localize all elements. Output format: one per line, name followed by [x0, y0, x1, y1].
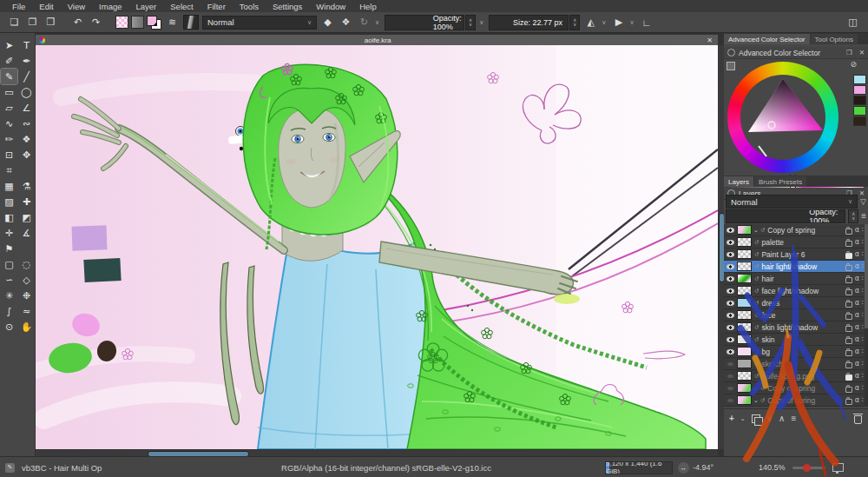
- layer-visibility-toggle[interactable]: [727, 337, 734, 342]
- layer-paint-layer-6[interactable]: ⌄ ↺ Paint Layer 6 α ∷: [724, 248, 868, 261]
- color-docker-header[interactable]: Advanced Color Selector ❐ ✕: [724, 47, 868, 59]
- tool-freehand-brush[interactable]: ✎: [1, 69, 17, 84]
- close-icon[interactable]: ✕: [707, 36, 718, 44]
- tool-select-shapes[interactable]: ➤: [1, 37, 17, 53]
- lock-icon[interactable]: [845, 387, 852, 393]
- close-icon[interactable]: ✕: [856, 49, 868, 56]
- advanced-color-selector[interactable]: ⊘: [724, 59, 868, 189]
- tool-magnetic-select[interactable]: ≈: [18, 303, 35, 319]
- tool-color-sampler[interactable]: ⚗: [18, 178, 35, 194]
- menu-view[interactable]: View: [61, 2, 92, 11]
- lock-icon[interactable]: [845, 229, 852, 235]
- alpha-lock-icon[interactable]: α: [855, 287, 859, 295]
- blend-mode-dropdown[interactable]: Normal ∨: [202, 16, 317, 30]
- lock-icon[interactable]: [845, 338, 852, 344]
- alpha-lock-icon[interactable]: α: [855, 323, 859, 331]
- docker-lock-icon[interactable]: [727, 49, 735, 56]
- menu-settings[interactable]: Settings: [266, 2, 309, 11]
- layer-bg[interactable]: ⌄ ↺ bg α ∷: [724, 346, 868, 358]
- layer-visibility-toggle[interactable]: [727, 399, 733, 402]
- canvas-vscrollbar[interactable]: [718, 45, 724, 449]
- redo-icon[interactable]: ↷: [89, 15, 103, 30]
- undo-icon[interactable]: ↶: [70, 15, 85, 30]
- tool-zoom[interactable]: ⊙: [1, 319, 17, 335]
- tool-text[interactable]: T: [18, 37, 35, 53]
- menu-help[interactable]: Help: [352, 2, 384, 11]
- tab-tool-options[interactable]: Tool Options: [811, 34, 858, 44]
- brush-size-slider[interactable]: Size: 22.77 px: [489, 15, 569, 30]
- tool-freehand-path[interactable]: ∾: [18, 116, 35, 131]
- layer-copy-of-spring-2[interactable]: ⌄ ↺ Copy of spring α ∷: [724, 382, 868, 394]
- duplicate-layer-button[interactable]: [752, 414, 760, 423]
- chevron-down-icon[interactable]: ∨: [602, 19, 606, 26]
- opacity-spinner[interactable]: ∧∨: [465, 15, 476, 30]
- tool-pan[interactable]: ✋: [18, 319, 35, 335]
- alpha-lock-icon[interactable]: α: [855, 275, 859, 282]
- tool-gradient[interactable]: ▦: [1, 178, 17, 194]
- layer-skin[interactable]: ⌄ ↺ skin α ∷: [724, 334, 868, 346]
- lock-icon[interactable]: [845, 362, 852, 368]
- menu-select[interactable]: Select: [163, 2, 200, 11]
- tool-dynamic-brush[interactable]: ✏: [1, 131, 17, 147]
- layer-hair-light-shadow[interactable]: ⌄ ↺ hair light/shadow α ∷: [724, 261, 868, 273]
- history-swatch[interactable]: [853, 116, 866, 126]
- layer-copy-of-spring-1[interactable]: ⌄ ↺ Copy of spring α ∷: [724, 224, 868, 236]
- tool-rectangle[interactable]: ▭: [1, 84, 17, 100]
- add-layer-button[interactable]: +: [729, 414, 734, 423]
- alpha-lock-icon[interactable]: α: [855, 372, 859, 380]
- layer-dress[interactable]: ⌄ ↺ dress α ∷: [724, 297, 868, 309]
- tool-freehand-select[interactable]: ∽: [1, 272, 17, 288]
- reload-preset-icon[interactable]: ↻: [357, 15, 372, 30]
- size-spinner[interactable]: ∧∨: [569, 15, 580, 30]
- layer-properties-button[interactable]: ≡: [791, 414, 796, 423]
- history-swatch[interactable]: [853, 85, 866, 95]
- alpha-lock-icon[interactable]: α: [855, 226, 859, 234]
- lock-icon[interactable]: [845, 253, 852, 259]
- alpha-lock-icon[interactable]: α: [855, 238, 859, 246]
- tool-polygon[interactable]: ▱: [1, 100, 17, 116]
- tool-pattern-edit[interactable]: ▨: [1, 194, 17, 209]
- tool-calligraphy[interactable]: ✒: [18, 53, 35, 69]
- layer-skin-light-shadow[interactable]: ⌄ ↺ skin light/shadow α ∷: [724, 321, 868, 334]
- tool-ellipse-select[interactable]: ◌: [18, 256, 35, 272]
- layer-face[interactable]: ⌄ ↺ face α ∷: [724, 309, 868, 321]
- pattern-swatch[interactable]: [115, 16, 128, 29]
- tool-reference-images[interactable]: ⚑: [1, 241, 17, 256]
- chevron-down-icon[interactable]: ∨: [629, 19, 634, 26]
- tool-similar-select[interactable]: ❉: [18, 288, 35, 303]
- menu-window[interactable]: Window: [309, 2, 352, 11]
- layer-opacity-spinner[interactable]: ∧∨: [848, 209, 858, 223]
- tool-polyline[interactable]: ∠: [18, 100, 35, 116]
- tool-rect-select[interactable]: ▢: [1, 256, 17, 272]
- lock-icon[interactable]: [845, 241, 852, 247]
- tool-ellipse[interactable]: ◯: [18, 84, 35, 100]
- tool-multibrush[interactable]: ❖: [18, 131, 35, 147]
- tool-crop[interactable]: ⌗: [1, 162, 17, 178]
- preserve-alpha-icon[interactable]: ❖: [339, 15, 353, 30]
- color-history[interactable]: [853, 75, 866, 127]
- brush-preset-chip[interactable]: [183, 15, 199, 30]
- layer-copy-of-spring-3[interactable]: ⌄ ↺ Copy of spring α ∷: [724, 394, 868, 407]
- layer-hair[interactable]: ⌄ ↺ hair α ∷: [724, 273, 868, 285]
- tool-edit-shapes[interactable]: ✐: [1, 53, 17, 69]
- tool-bezier-curve[interactable]: ∿: [1, 116, 17, 131]
- layer-visibility-toggle[interactable]: [727, 325, 734, 330]
- tool-polygon-select[interactable]: ◇: [18, 272, 35, 288]
- layer-list-scrollbar[interactable]: [865, 224, 868, 407]
- lock-icon[interactable]: [845, 301, 852, 308]
- add-layer-chevron-icon[interactable]: ⌄: [740, 415, 746, 422]
- layer-visibility-toggle[interactable]: [727, 264, 734, 269]
- layer-visibility-toggle[interactable]: [727, 349, 734, 354]
- lock-icon[interactable]: [845, 374, 852, 381]
- layer-sketch[interactable]: ⌄ ↺ sketch α ∷: [724, 358, 868, 370]
- alpha-lock-icon[interactable]: α: [855, 335, 859, 343]
- tool-smart-patch[interactable]: ✚: [18, 194, 35, 209]
- canvas-rotation-reset-icon[interactable]: ↔: [678, 462, 689, 474]
- zoom-slider-thumb[interactable]: [803, 464, 811, 472]
- layer-visibility-toggle[interactable]: [727, 252, 734, 257]
- chevron-down-icon[interactable]: ∨: [479, 19, 483, 26]
- open-document-icon[interactable]: ❐: [25, 15, 40, 30]
- canvas-artwork[interactable]: [36, 45, 718, 449]
- layer-visibility-toggle[interactable]: [727, 387, 733, 390]
- layer-face-light-shadow[interactable]: ⌄ ↺ face light/shadow α ∷: [724, 285, 868, 297]
